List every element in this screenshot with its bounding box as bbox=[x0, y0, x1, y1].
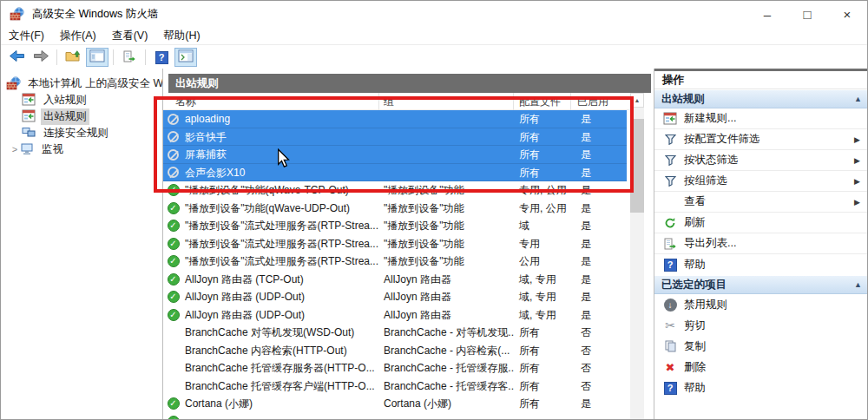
rule-enabled: 是 bbox=[571, 271, 627, 289]
action-view[interactable]: 查看▶ bbox=[654, 192, 868, 213]
close-button[interactable]: × bbox=[827, 1, 867, 27]
table-row[interactable]: 会声会影X10所有是 bbox=[163, 164, 627, 182]
table-row[interactable]: ✓ bbox=[163, 413, 627, 420]
submenu-arrow-icon: ▶ bbox=[854, 156, 860, 165]
forward-toolbar-button[interactable] bbox=[30, 48, 52, 67]
menu-item-3[interactable]: 帮助(H) bbox=[155, 27, 207, 45]
vertical-scrollbar[interactable]: ▲ bbox=[630, 93, 644, 420]
rule-name: AllJoyn 路由器 (UDP-Out) bbox=[185, 306, 305, 325]
collapse-caret-icon[interactable]: ▲ bbox=[854, 95, 862, 103]
rule-name: "播放到设备"流式处理服务器(RTP-Strea... bbox=[185, 235, 378, 253]
rule-name: aploading bbox=[185, 110, 230, 128]
rule-enabled: 是 bbox=[571, 288, 627, 306]
minimize-button[interactable]: – bbox=[747, 1, 787, 27]
table-row[interactable]: ✓AllJoyn 路由器 (UDP-Out)AllJoyn 路由器域, 专用是 bbox=[163, 288, 627, 306]
actions-section-header-0[interactable]: 出站规则▲ bbox=[654, 89, 868, 108]
table-row[interactable]: ✓"播放到设备"流式处理服务器(RTP-Strea..."播放到设备"功能专用是 bbox=[163, 235, 627, 253]
rule-enabled: 否 bbox=[571, 377, 627, 396]
rule-name: Cortana (小娜) bbox=[185, 395, 253, 413]
help-icon: ? bbox=[661, 382, 679, 395]
menu-item-0[interactable]: 文件(F) bbox=[1, 27, 52, 45]
sidebar-item-connection-security-rules[interactable]: 连接安全规则 bbox=[1, 125, 162, 141]
up-folder-toolbar-button[interactable] bbox=[62, 48, 84, 67]
table-row[interactable]: 影音快手所有是 bbox=[163, 128, 627, 147]
table-row[interactable]: ✓"播放到设备"流式处理服务器(RTP-Strea..."播放到设备"功能域是 bbox=[163, 217, 627, 235]
action-copy[interactable]: 复制 bbox=[654, 336, 868, 357]
table-row[interactable]: BranchCache 托管缓存服务器(HTTP-O...BranchCache… bbox=[163, 359, 627, 377]
scroll-up-button[interactable]: ▲ bbox=[630, 93, 644, 108]
rule-name: "播放到设备"流式处理服务器(RTP-Strea... bbox=[185, 253, 378, 271]
section-title: 出站规则 bbox=[661, 92, 705, 107]
toolbar-separator bbox=[113, 49, 114, 65]
action-help[interactable]: ?帮助 bbox=[654, 254, 868, 275]
action-filter-by-state[interactable]: 按状态筛选▶ bbox=[654, 150, 868, 171]
expander-chevron-icon[interactable]: > bbox=[10, 144, 20, 154]
action-help[interactable]: ?帮助 bbox=[654, 377, 868, 398]
rule-enabled: 是 bbox=[571, 253, 627, 271]
app-window: 高级安全 Windows 防火墙 –□× 文件(F)操作(A)查看(V)帮助(H… bbox=[0, 0, 868, 420]
action-refresh[interactable]: 刷新 bbox=[654, 213, 868, 233]
action-label: 导出列表... bbox=[684, 236, 736, 251]
action-label: 帮助 bbox=[684, 381, 706, 396]
rule-profile: 所有 bbox=[514, 359, 571, 377]
sidebar-item-local-computer-firewall[interactable]: 本地计算机 上的高级安全 Windows 防火墙 bbox=[1, 75, 162, 91]
table-row[interactable]: BranchCache 托管缓存客户端(HTTP-O...BranchCache… bbox=[163, 377, 627, 396]
column-header-1[interactable]: 组 bbox=[379, 93, 514, 110]
rule-profile: 所有 bbox=[514, 324, 571, 342]
table-row[interactable]: ✓AllJoyn 路由器 (TCP-Out)AllJoyn 路由器域, 专用是 bbox=[163, 271, 627, 289]
table-row[interactable]: BranchCache 内容检索(HTTP-Out)BranchCache - … bbox=[163, 342, 627, 360]
help-icon: ? bbox=[155, 51, 168, 64]
back-toolbar-button[interactable] bbox=[5, 48, 28, 67]
help-icon: ? bbox=[661, 259, 679, 272]
allowed-rule-icon: ✓ bbox=[167, 397, 180, 410]
collapse-caret-icon[interactable]: ▲ bbox=[854, 280, 862, 289]
action-new-rule[interactable]: 新建规则... bbox=[654, 108, 868, 129]
table-row[interactable]: ✓"播放到设备"功能(qWave-UDP-Out)"播放到设备"功能专用, 公用… bbox=[163, 200, 627, 218]
maximize-button[interactable]: □ bbox=[787, 1, 827, 27]
rule-name: "播放到设备"流式处理服务器(RTP-Strea... bbox=[185, 217, 378, 235]
export-list-toolbar-button[interactable] bbox=[118, 48, 141, 67]
rule-profile: 所有 bbox=[514, 164, 571, 182]
action-label: 剪切 bbox=[684, 318, 706, 333]
column-header-2[interactable]: 配置文件 bbox=[514, 93, 571, 110]
sidebar-item-outbound-rules[interactable]: 出站规则 bbox=[1, 108, 162, 124]
action-cut[interactable]: ✂剪切 bbox=[654, 315, 868, 336]
action-label: 刷新 bbox=[684, 215, 706, 230]
action-filter-by-profile[interactable]: 按配置文件筛选▶ bbox=[654, 129, 868, 150]
column-header-0[interactable]: 名称 bbox=[163, 93, 379, 110]
rule-profile: 域, 专用 bbox=[514, 288, 571, 306]
scrollbar-thumb[interactable] bbox=[630, 119, 644, 213]
show-console-tree-toolbar-button[interactable] bbox=[86, 48, 108, 67]
sidebar-item-monitoring[interactable]: >监视 bbox=[1, 141, 162, 157]
table-row[interactable]: ✓Cortana (小娜)Cortana (小娜)所有是 bbox=[163, 395, 627, 413]
sidebar-item-inbound-rules[interactable]: 入站规则 bbox=[1, 92, 162, 108]
forward-icon bbox=[33, 49, 49, 65]
action-delete[interactable]: ✖删除 bbox=[654, 357, 868, 377]
no-icon bbox=[167, 326, 180, 339]
table-row[interactable]: 屏幕捕获所有是 bbox=[163, 146, 627, 164]
action-export-list[interactable]: 导出列表... bbox=[654, 233, 868, 254]
table-row[interactable]: ✓AllJoyn 路由器 (UDP-Out)AllJoyn 路由器域, 专用是 bbox=[163, 306, 627, 325]
action-filter-by-group[interactable]: 按组筛选▶ bbox=[654, 171, 868, 192]
actions-section-header-1[interactable]: 已选定的项目▲ bbox=[654, 275, 868, 294]
section-title: 已选定的项目 bbox=[661, 278, 727, 292]
tree-item-label: 连接安全规则 bbox=[41, 125, 111, 141]
rule-profile: 所有 bbox=[514, 146, 571, 164]
rule-enabled: 是 bbox=[571, 395, 627, 413]
table-row[interactable]: ✓"播放到设备"流式处理服务器(RTP-Strea..."播放到设备"功能公用是 bbox=[163, 253, 627, 271]
delete-icon: ✖ bbox=[661, 361, 679, 374]
menu-item-2[interactable]: 查看(V) bbox=[104, 27, 156, 45]
rule-profile: 域, 专用 bbox=[514, 306, 571, 325]
rule-group: BranchCache - 托管缓存客... bbox=[379, 377, 514, 396]
help-toolbar-button[interactable]: ? bbox=[150, 48, 173, 67]
table-row[interactable]: aploading所有是 bbox=[163, 110, 627, 128]
rule-enabled: 否 bbox=[571, 324, 627, 342]
action-disable-rule[interactable]: ↓禁用规则 bbox=[654, 294, 868, 315]
table-row[interactable]: ✓"播放到设备"功能(qWave-TCP-Out)"播放到设备"功能专用, 公用… bbox=[163, 181, 627, 200]
table-row[interactable]: BranchCache 对等机发现(WSD-Out)BranchCache - … bbox=[163, 324, 627, 342]
filter-icon bbox=[661, 154, 679, 166]
menu-item-1[interactable]: 操作(A) bbox=[52, 27, 104, 45]
toolbar-separator bbox=[145, 49, 146, 65]
show-action-pane-toolbar-button[interactable] bbox=[174, 48, 197, 67]
action-label: 禁用规则 bbox=[684, 298, 727, 312]
